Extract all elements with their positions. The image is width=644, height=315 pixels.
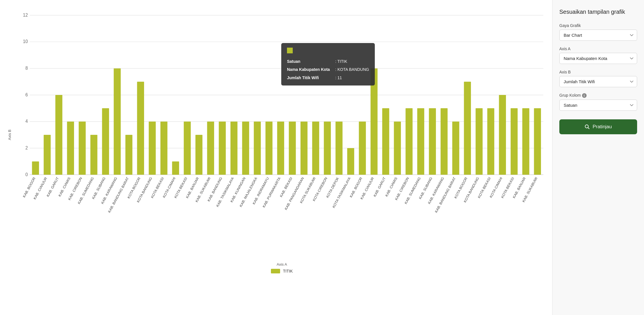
- svg-rect-25: [90, 135, 97, 175]
- svg-rect-83: [429, 108, 436, 175]
- svg-text:6: 6: [25, 92, 28, 97]
- pratinjau-button[interactable]: Pratinjau: [559, 119, 637, 134]
- svg-rect-91: [476, 108, 482, 175]
- svg-text:KAB. CIAMIS: KAB. CIAMIS: [58, 176, 71, 197]
- axis-b-label-sidebar: Axis B: [559, 70, 637, 74]
- svg-rect-67: [335, 122, 342, 175]
- svg-text:KAB. BEKASI: KAB. BEKASI: [279, 176, 293, 198]
- svg-text:10: 10: [23, 39, 28, 44]
- axis-a-label: Axis A: [17, 262, 546, 267]
- axis-b-field: Axis B Jumlah Titik Wifi: [559, 70, 637, 87]
- sidebar-title: Sesuaikan tampilan grafik: [559, 9, 637, 15]
- svg-rect-51: [242, 122, 249, 175]
- chart-area: Axis B 024681012KAB. BOGORKAB. CIANJURKA…: [0, 0, 552, 315]
- svg-rect-81: [417, 108, 424, 175]
- svg-rect-89: [464, 82, 471, 175]
- svg-rect-53: [254, 122, 261, 175]
- grup-kolom-label: Grup Kolom i: [559, 93, 637, 98]
- svg-rect-47: [219, 122, 226, 175]
- svg-rect-79: [406, 108, 412, 175]
- svg-rect-87: [452, 122, 459, 175]
- svg-rect-59: [289, 122, 296, 175]
- svg-rect-71: [359, 122, 366, 175]
- svg-rect-65: [324, 122, 331, 175]
- legend-label: TITIK: [283, 269, 293, 273]
- svg-text:KAB. GARUT: KAB. GARUT: [46, 176, 60, 197]
- svg-rect-21: [67, 122, 74, 175]
- svg-rect-45: [207, 122, 214, 175]
- svg-text:12: 12: [23, 12, 28, 18]
- svg-rect-33: [137, 82, 144, 175]
- gaya-grafik-select[interactable]: Bar Chart Line Chart Pie Chart: [559, 30, 637, 41]
- svg-rect-61: [300, 122, 307, 175]
- svg-text:KAB. GARUT: KAB. GARUT: [373, 176, 387, 197]
- pratinjau-label: Pratinjau: [593, 124, 612, 130]
- axis-b-select[interactable]: Jumlah Titik Wifi: [559, 76, 637, 87]
- bar-chart: 024681012KAB. BOGORKAB. CIANJURKAB. GARU…: [17, 9, 546, 261]
- chart-container: Axis B 024681012KAB. BOGORKAB. CIANJURKA…: [17, 9, 546, 261]
- svg-rect-85: [441, 108, 447, 175]
- svg-rect-29: [114, 68, 121, 175]
- search-icon: [585, 124, 590, 129]
- svg-rect-15: [32, 162, 39, 175]
- sidebar: Sesuaikan tampilan grafik Gaya Grafik Ba…: [552, 0, 644, 315]
- svg-rect-75: [382, 108, 389, 175]
- axis-b-label: Axis B: [7, 130, 12, 140]
- svg-rect-99: [522, 108, 529, 175]
- svg-line-104: [588, 128, 589, 129]
- svg-rect-19: [55, 95, 62, 175]
- svg-rect-55: [265, 122, 272, 175]
- svg-rect-73: [371, 68, 377, 175]
- grup-kolom-field: Grup Kolom i Satuan: [559, 93, 637, 111]
- svg-text:0: 0: [25, 172, 28, 177]
- svg-text:KAB. BANDUNG BARAT: KAB. BANDUNG BARAT: [434, 176, 457, 213]
- legend-color-box: [271, 269, 280, 273]
- svg-rect-41: [184, 122, 191, 175]
- gaya-grafik-field: Gaya Grafik Bar Chart Line Chart Pie Cha…: [559, 23, 637, 41]
- chart-legend: TITIK: [17, 269, 546, 273]
- svg-text:KAB. CIAMIS: KAB. CIAMIS: [385, 176, 398, 197]
- svg-rect-35: [149, 122, 156, 175]
- svg-text:8: 8: [25, 66, 28, 71]
- gaya-grafik-label: Gaya Grafik: [559, 23, 637, 28]
- svg-rect-37: [160, 122, 167, 175]
- svg-text:4: 4: [25, 119, 28, 124]
- svg-text:2: 2: [25, 145, 28, 150]
- svg-rect-27: [102, 108, 109, 175]
- svg-rect-49: [230, 122, 237, 175]
- svg-text:KAB. BANDUNG BARAT: KAB. BANDUNG BARAT: [107, 176, 130, 213]
- svg-rect-17: [44, 135, 51, 175]
- svg-rect-39: [172, 162, 179, 175]
- svg-rect-97: [511, 108, 517, 175]
- svg-rect-23: [79, 122, 86, 175]
- axis-a-label-sidebar: Axis A: [559, 46, 637, 51]
- svg-rect-93: [487, 108, 494, 175]
- svg-rect-63: [312, 122, 319, 175]
- svg-rect-77: [394, 122, 401, 175]
- svg-rect-101: [534, 108, 541, 175]
- svg-rect-95: [499, 95, 506, 175]
- svg-rect-43: [195, 135, 202, 175]
- grup-kolom-select[interactable]: Satuan: [559, 100, 637, 111]
- axis-a-select[interactable]: Nama Kabupaten Kota: [559, 53, 637, 64]
- axis-a-field: Axis A Nama Kabupaten Kota: [559, 46, 637, 64]
- svg-rect-31: [125, 135, 132, 175]
- grup-kolom-info-icon[interactable]: i: [582, 93, 587, 98]
- svg-rect-69: [347, 148, 354, 175]
- svg-rect-57: [277, 122, 284, 175]
